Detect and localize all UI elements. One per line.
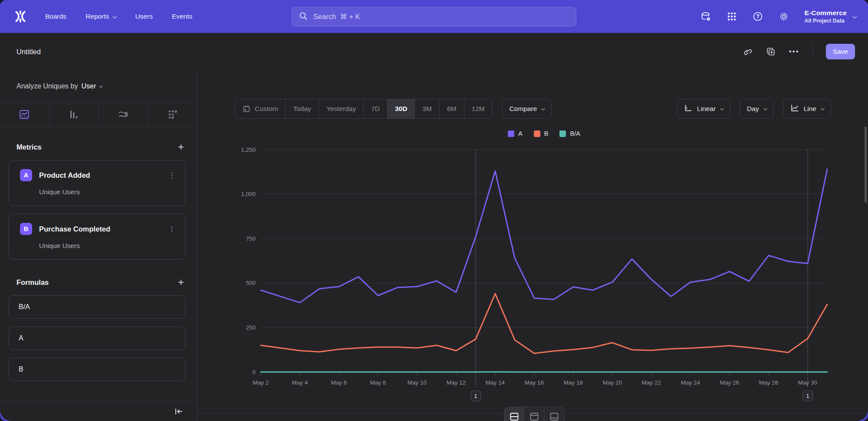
search-box[interactable]	[292, 7, 576, 26]
scale-label: Linear	[697, 105, 716, 113]
date-range-yesterday[interactable]: Yesterday	[319, 99, 364, 118]
legend-item-a[interactable]: A	[508, 130, 523, 137]
x-axis-label: May 12	[447, 379, 466, 386]
analyze-by-value: User	[81, 82, 96, 90]
y-axis-label: 1,000	[241, 191, 256, 197]
bar-chart-tab[interactable]	[49, 102, 99, 127]
date-range-30d[interactable]: 30D	[388, 99, 415, 118]
line-chart[interactable]: 02505007501,0001,250May 2May 4May 6May 8…	[198, 145, 868, 411]
scale-dropdown[interactable]: Linear	[677, 99, 730, 119]
metric-name: Purchase Completed	[39, 225, 168, 233]
legend-swatch	[534, 131, 540, 137]
title-actions: ••• Save	[742, 44, 855, 59]
legend-item-b-a[interactable]: B/A	[559, 130, 580, 137]
kebab-menu-icon[interactable]: ⋮	[168, 225, 175, 233]
date-range-label: Yesterday	[326, 105, 356, 113]
compare-label: Compare	[510, 105, 537, 113]
kebab-menu-icon[interactable]: ⋮	[168, 171, 175, 179]
legend-swatch	[508, 131, 514, 137]
formula-card-b-a[interactable]: B/A	[9, 295, 185, 319]
date-range-7d[interactable]: 7D	[364, 99, 388, 118]
help-icon[interactable]: ?	[752, 11, 763, 22]
metrics-header: Metrics	[16, 143, 42, 151]
formulas-list: B/AAB	[0, 295, 197, 381]
formula-card-b[interactable]: B	[9, 358, 185, 381]
date-range-today[interactable]: Today	[286, 99, 319, 118]
line-chart-tab[interactable]	[0, 102, 49, 127]
metric-card-a[interactable]: AProduct Added⋮Unique Users	[9, 160, 185, 206]
report-title[interactable]: Untitled	[16, 48, 41, 56]
viz-tabs	[0, 102, 197, 127]
interval-dropdown[interactable]: Day	[740, 99, 774, 119]
search-input[interactable]	[313, 13, 569, 21]
date-range-label: 6M	[447, 105, 457, 113]
metric-badge: B	[20, 223, 32, 235]
more-options-icon[interactable]: •••	[789, 47, 799, 56]
nav-link-reports[interactable]: Reports	[85, 13, 116, 20]
date-range-label: 30D	[395, 105, 407, 113]
nav-right: ? E-Commerce All Project Data	[700, 0, 856, 33]
settings-gear-icon[interactable]	[778, 11, 789, 22]
chart-type-label: Line	[804, 105, 816, 113]
date-range-control: CustomTodayYesterday7D30D3M6M12M	[235, 99, 493, 119]
legend-item-b[interactable]: B	[534, 130, 549, 137]
nav-link-events[interactable]: Events	[172, 13, 192, 20]
x-axis-label: May 20	[603, 379, 622, 386]
flow-tab[interactable]	[99, 102, 148, 127]
chevron-down-icon	[99, 84, 103, 88]
search-icon	[299, 12, 308, 22]
formula-card-a[interactable]: A	[9, 326, 185, 350]
mixpanel-logo-icon[interactable]	[13, 9, 28, 24]
chevron-down-icon	[720, 107, 724, 110]
nav-links: BoardsReportsUsersEvents	[45, 13, 192, 20]
add-formula-button[interactable]: +	[178, 277, 184, 287]
date-range-3m[interactable]: 3M	[415, 99, 440, 118]
save-button[interactable]: Save	[826, 44, 855, 59]
data-management-icon[interactable]	[700, 11, 711, 22]
compare-button[interactable]: Compare	[502, 99, 552, 119]
nav-link-boards[interactable]: Boards	[45, 13, 66, 20]
org-subtitle: All Project Data	[804, 18, 847, 24]
x-axis-label: May 26	[720, 379, 739, 386]
date-range-label: Today	[293, 105, 311, 113]
top-panel-view-icon[interactable]	[524, 407, 544, 421]
series-line-a[interactable]	[261, 169, 827, 303]
date-range-6m[interactable]: 6M	[440, 99, 464, 118]
add-metric-button[interactable]: +	[178, 142, 184, 152]
analyze-label: Analyze Uniques by	[16, 82, 78, 90]
chart-type-dropdown[interactable]: Line	[783, 99, 831, 119]
y-axis-label: 250	[246, 324, 256, 331]
date-range-custom[interactable]: Custom	[235, 99, 286, 118]
y-axis-label: 750	[246, 235, 256, 242]
link-icon[interactable]	[742, 46, 753, 57]
duplicate-icon[interactable]	[766, 46, 776, 57]
metric-badge: A	[20, 169, 32, 181]
metric-card-b[interactable]: BPurchase Completed⋮Unique Users	[9, 214, 185, 260]
legend-label: B	[544, 130, 549, 137]
sidebar-footer	[0, 401, 197, 421]
bottom-panel-view-icon[interactable]	[544, 407, 564, 421]
project-switcher[interactable]: E-Commerce All Project Data	[804, 9, 856, 24]
apps-grid-icon[interactable]	[726, 11, 737, 22]
split-view-icon[interactable]	[504, 407, 524, 421]
query-sidebar: Analyze Uniques by User	[0, 70, 197, 421]
date-range-12m[interactable]: 12M	[464, 99, 492, 118]
chevron-down-icon	[821, 107, 824, 110]
chevron-down-icon	[113, 14, 117, 18]
controls-row: CustomTodayYesterday7D30D3M6M12M Compare…	[235, 99, 831, 119]
nav-link-users[interactable]: Users	[135, 13, 152, 20]
linear-axis-icon	[684, 104, 692, 114]
analyze-by-dropdown[interactable]: User	[81, 82, 102, 90]
chart-legend: ABB/A	[261, 130, 827, 137]
chart-main: CustomTodayYesterday7D30D3M6M12M Compare…	[198, 70, 868, 421]
y-axis-label: 1,250	[241, 147, 256, 153]
x-axis-label: May 16	[525, 379, 544, 386]
collapse-sidebar-icon[interactable]	[174, 408, 183, 415]
divider	[812, 44, 813, 59]
calendar-icon	[243, 105, 250, 113]
scrollbar[interactable]	[865, 127, 867, 202]
funnel-tab[interactable]	[148, 102, 197, 127]
x-axis-label: May 28	[759, 379, 778, 386]
app-window: BoardsReportsUsersEvents	[0, 0, 868, 421]
series-line-b[interactable]	[261, 294, 827, 353]
